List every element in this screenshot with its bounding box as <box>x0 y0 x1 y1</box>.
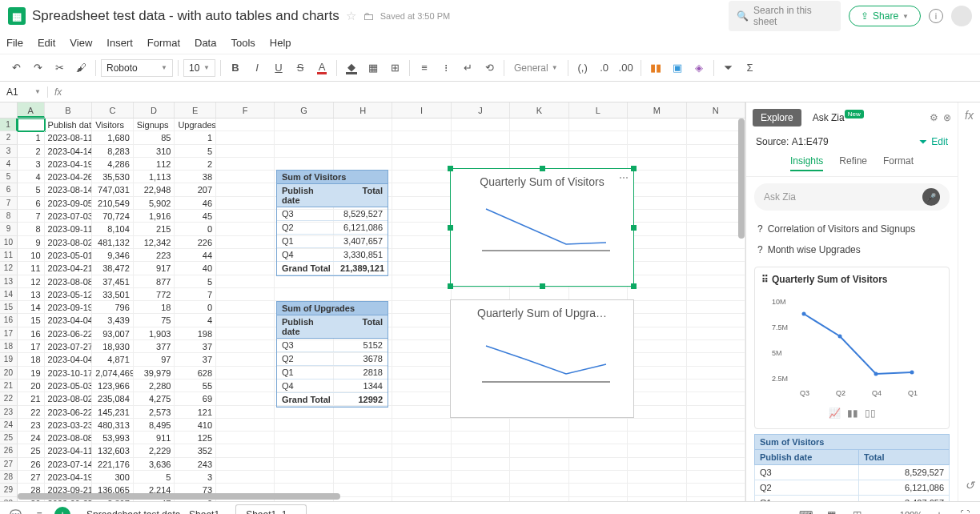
cell[interactable] <box>334 158 392 171</box>
cell[interactable] <box>392 210 451 223</box>
cell[interactable] <box>628 249 686 262</box>
cell[interactable]: 2,074,469 <box>92 367 134 379</box>
cell[interactable] <box>216 183 275 196</box>
cell[interactable] <box>628 327 686 340</box>
cell[interactable]: 11 <box>18 262 45 275</box>
cell[interactable] <box>392 458 451 471</box>
comments-icon[interactable]: 💬 <box>6 506 24 515</box>
cell[interactable]: 75 <box>134 314 175 327</box>
cell[interactable] <box>687 406 745 419</box>
cell[interactable]: 3 <box>18 158 45 171</box>
cell[interactable] <box>275 145 333 158</box>
strikethrough-button[interactable]: S <box>291 58 310 78</box>
cell[interactable]: 221,176 <box>92 458 134 471</box>
cell[interactable] <box>334 444 392 457</box>
menu-data[interactable]: Data <box>195 37 216 49</box>
insert-chart-icon[interactable]: ▮▮ <box>646 58 665 78</box>
cell[interactable] <box>216 379 275 392</box>
cell[interactable]: 45 <box>175 210 216 223</box>
cell[interactable] <box>216 249 275 262</box>
cell[interactable] <box>216 458 275 471</box>
close-panel-icon[interactable]: ⊗ <box>943 112 951 123</box>
cell[interactable] <box>569 145 628 158</box>
cell[interactable] <box>687 275 745 288</box>
cell[interactable]: 4,275 <box>134 392 175 405</box>
cell[interactable] <box>392 183 451 196</box>
cell[interactable] <box>628 314 686 327</box>
cell[interactable] <box>628 432 686 444</box>
cell[interactable] <box>216 158 275 171</box>
align-vertical-button[interactable]: ⫶ <box>436 58 456 78</box>
cell[interactable] <box>628 444 686 457</box>
cell[interactable]: Visitors <box>92 118 134 131</box>
cell[interactable] <box>392 406 451 419</box>
cell[interactable]: 125 <box>175 432 216 444</box>
cell[interactable]: 215 <box>134 223 175 235</box>
cell[interactable] <box>392 379 451 392</box>
font-family-select[interactable]: Roboto▼ <box>101 59 173 77</box>
cell[interactable] <box>628 275 686 288</box>
cell[interactable] <box>392 288 451 301</box>
horizontal-scrollbar[interactable] <box>18 493 734 501</box>
column-header[interactable]: M <box>628 102 686 118</box>
cell[interactable] <box>628 340 686 353</box>
cell[interactable] <box>216 223 275 235</box>
cell[interactable] <box>216 392 275 405</box>
cell[interactable]: 8,283 <box>92 145 134 158</box>
cell[interactable] <box>216 275 275 288</box>
cell[interactable]: 13 <box>18 288 45 301</box>
cell[interactable] <box>628 197 686 210</box>
cell[interactable]: 1,113 <box>134 171 175 183</box>
cell[interactable] <box>216 262 275 275</box>
cell[interactable]: 2023-07-14 <box>45 458 93 471</box>
cell[interactable]: 1,903 <box>134 327 175 340</box>
column-header[interactable]: J <box>452 102 510 118</box>
cell[interactable]: 352 <box>175 444 216 457</box>
cell[interactable]: 2023-04-19 <box>45 158 93 171</box>
cell[interactable] <box>687 197 745 210</box>
cell[interactable] <box>687 379 745 392</box>
cell[interactable]: 132,603 <box>92 444 134 457</box>
user-avatar[interactable] <box>951 6 972 26</box>
cell[interactable]: 21 <box>18 392 45 405</box>
cell[interactable] <box>216 288 275 301</box>
cell[interactable]: 112 <box>134 158 175 171</box>
cell[interactable]: 2023-04-19 <box>45 471 93 484</box>
cell[interactable]: 6 <box>18 197 45 210</box>
cell[interactable] <box>216 367 275 379</box>
cell[interactable]: 12,342 <box>134 236 175 249</box>
cell[interactable]: 796 <box>92 301 134 314</box>
cell[interactable] <box>216 353 275 366</box>
cell[interactable] <box>628 210 686 223</box>
column-header[interactable]: C <box>92 102 134 118</box>
cell[interactable]: 44 <box>175 249 216 262</box>
cell[interactable] <box>392 118 451 131</box>
cell[interactable] <box>392 314 451 327</box>
cell[interactable]: 2023-05-01 <box>45 249 93 262</box>
grid-icon[interactable]: ▦ <box>823 506 841 515</box>
cell[interactable] <box>687 353 745 366</box>
cell[interactable] <box>687 458 745 471</box>
star-icon[interactable]: ☆ <box>346 9 356 23</box>
cell[interactable] <box>687 301 745 314</box>
cell[interactable] <box>628 301 686 314</box>
cell[interactable] <box>569 419 628 432</box>
cell[interactable] <box>216 236 275 249</box>
cell[interactable] <box>510 118 568 131</box>
cell[interactable]: 4,286 <box>92 158 134 171</box>
cell[interactable]: 0 <box>175 301 216 314</box>
cell[interactable] <box>510 145 568 158</box>
vertical-scrollbar[interactable] <box>737 118 745 493</box>
cell[interactable] <box>275 458 333 471</box>
cell[interactable] <box>687 392 745 405</box>
pivot-table-visitors[interactable]: Sum of Visitors Publish dateTotal Q38,52… <box>276 170 388 276</box>
cell[interactable] <box>275 444 333 457</box>
cell[interactable]: 772 <box>134 288 175 301</box>
cell[interactable]: 18 <box>134 301 175 314</box>
cell[interactable]: 2023-08-02 <box>45 392 93 405</box>
cell[interactable]: 3,636 <box>134 458 175 471</box>
cell[interactable]: 2023-08-14 <box>45 183 93 196</box>
cell[interactable]: 22 <box>18 406 45 419</box>
number-format-select[interactable]: General▼ <box>509 60 563 76</box>
cell[interactable] <box>216 197 275 210</box>
